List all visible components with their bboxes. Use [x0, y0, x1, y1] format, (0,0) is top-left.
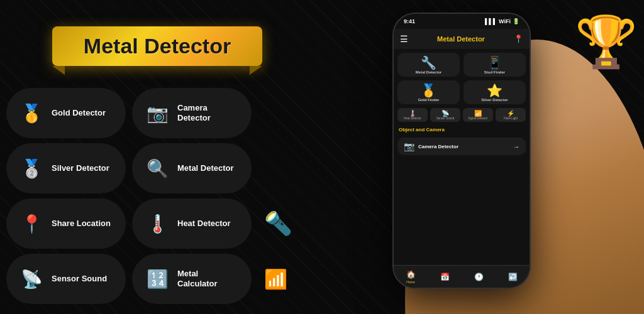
- silver-detector-item[interactable]: 🥈 Silver Detector: [6, 143, 126, 193]
- heat-detector-label: Heat Detector: [177, 219, 231, 229]
- phone-section-label: Object and Camera: [397, 126, 526, 134]
- phone-silver-detector-cell[interactable]: ⭐ Silver Detector: [464, 80, 526, 104]
- phone-sensor-label: Sensor Sound: [436, 117, 455, 120]
- share-location-label: Share Location: [52, 219, 111, 229]
- phone-main-row-1: 🔧 Metal Detector 📱 Stud Finder: [397, 53, 526, 77]
- phone-heat-label: Heat Detector: [404, 117, 421, 120]
- phone-heat-cell[interactable]: 🌡️ Heat Detector: [397, 108, 428, 122]
- location-header-icon[interactable]: 📍: [514, 35, 523, 43]
- phone-silver-detector-icon: ⭐: [487, 84, 502, 97]
- flash-item-preview: 🔦: [258, 198, 377, 249]
- phone-frame: 9:41 ▌▌▌ WiFi 🔋 ☰ Metal Detector 📍 🔧: [392, 13, 531, 289]
- phone-bottom-nav: 🏠 Home 📅 🕐 ↩️: [394, 265, 530, 288]
- empty-cell-2: [258, 143, 377, 193]
- phone-gold-finder-cell[interactable]: 🥇 Gold Finder: [397, 80, 460, 104]
- features-grid: 🥇 Gold Detector 📷 Camera Detector 🥈 Silv…: [6, 88, 377, 304]
- phone-camera-label: Camera Detector: [418, 144, 458, 149]
- sensor-sound-label: Sensor Sound: [52, 274, 107, 284]
- phone-home-nav[interactable]: 🏠 Home: [406, 270, 416, 284]
- phone-metal-detector-icon: 🔧: [421, 57, 436, 69]
- gold-detector-label: Gold Detector: [52, 108, 106, 118]
- camera-detector-item[interactable]: 📷 Camera Detector: [132, 88, 252, 138]
- heat-detector-icon: 🌡️: [143, 210, 171, 237]
- gold-detector-icon: 🥇: [18, 99, 45, 127]
- phone-app-header: ☰ Metal Detector 📍: [394, 29, 530, 49]
- phone-heat-icon: 🌡️: [409, 110, 416, 117]
- metal-detector-label: Metal Detector: [177, 163, 234, 173]
- camera-detector-icon: 📷: [143, 99, 171, 127]
- phone-main-row-2: 🥇 Gold Finder ⭐ Silver Detector: [397, 80, 526, 104]
- metal-calculator-icon: 🔢: [143, 265, 171, 293]
- phone-back-icon: ↩️: [508, 273, 518, 281]
- phone-calendar-icon: 📅: [440, 273, 450, 281]
- phone-mockup-area: 🏆 9:41 ▌▌▌ WiFi 🔋 ☰ Metal Detector 📍: [380, 0, 644, 314]
- metal-calculator-label: Metal Calculator: [177, 269, 240, 288]
- phone-app-grid: 🔧 Metal Detector 📱 Stud Finder 🥇 Gold Fi…: [394, 49, 530, 265]
- phone-camera-arrow-icon: →: [513, 143, 519, 150]
- phone-stud-finder-cell[interactable]: 📱 Stud Finder: [464, 53, 526, 77]
- phone-metal-detector-cell[interactable]: 🔧 Metal Detector: [397, 53, 460, 77]
- phone-signal-label: Signal Detector: [469, 117, 488, 120]
- phone-app-title: Metal Detector: [437, 35, 485, 43]
- sensor-sound-icon: 📡: [18, 265, 45, 293]
- silver-detector-label: Silver Detector: [52, 163, 109, 173]
- metal-detector-icon: 🔍: [143, 154, 171, 182]
- phone-camera-row[interactable]: 📷 Camera Detector →: [397, 138, 526, 155]
- phone-stud-finder-icon: 📱: [487, 57, 502, 69]
- phone-small-grid-row: 🌡️ Heat Detector 📡 Sensor Sound 📶 Signal…: [397, 108, 526, 122]
- phone-flash-cell[interactable]: ⚡ Flash Light: [496, 108, 526, 122]
- phone-history-icon: 🕐: [474, 273, 484, 281]
- share-location-icon: 📍: [18, 210, 45, 237]
- phone-metal-detector-label: Metal Detector: [416, 70, 441, 74]
- gold-bars-decoration: 🏆: [575, 13, 638, 72]
- phone-home-label: Home: [406, 280, 414, 284]
- share-location-item[interactable]: 📍 Share Location: [6, 198, 126, 249]
- phone-camera-icon: 📷: [404, 141, 414, 151]
- phone-silver-detector-label: Silver Detector: [481, 98, 508, 102]
- gold-detector-item[interactable]: 🥇 Gold Detector: [6, 88, 126, 138]
- phone-camera-row-left: 📷 Camera Detector: [404, 141, 458, 151]
- phone-signal-cell[interactable]: 📶 Signal Detector: [463, 108, 493, 122]
- wifi-item-preview: 📶: [258, 254, 377, 304]
- metal-detector-item[interactable]: 🔍 Metal Detector: [132, 143, 252, 193]
- app-title: Metal Detector: [84, 34, 231, 58]
- wifi-icon: WiFi: [499, 18, 511, 24]
- heat-detector-item[interactable]: 🌡️ Heat Detector: [132, 198, 252, 249]
- phone-gold-finder-icon: 🥇: [421, 84, 436, 97]
- phone-signal-icon: 📶: [474, 110, 482, 117]
- phone-gold-finder-label: Gold Finder: [418, 98, 440, 102]
- title-banner-area: Metal Detector: [25, 18, 289, 74]
- phone-sensor-cell[interactable]: 📡 Sensor Sound: [430, 108, 460, 122]
- phone-calendar-nav[interactable]: 📅: [440, 273, 450, 281]
- phone-history-nav[interactable]: 🕐: [474, 273, 484, 281]
- camera-detector-label: Camera Detector: [177, 103, 240, 122]
- sensor-sound-item[interactable]: 📡 Sensor Sound: [6, 254, 126, 304]
- hamburger-icon[interactable]: ☰: [400, 34, 408, 44]
- phone-flash-icon: ⚡: [507, 110, 514, 117]
- status-icons: ▌▌▌ WiFi 🔋: [485, 18, 519, 24]
- phone-status-bar: 9:41 ▌▌▌ WiFi 🔋: [394, 14, 530, 29]
- battery-icon: 🔋: [513, 18, 519, 24]
- phone-stud-finder-label: Stud Finder: [484, 70, 505, 74]
- left-content-area: Metal Detector 🥇 Gold Detector 📷 Camera …: [0, 0, 390, 314]
- phone-back-nav[interactable]: ↩️: [508, 273, 518, 281]
- signal-icon: ▌▌▌: [485, 18, 497, 24]
- phone-home-icon: 🏠: [406, 270, 416, 279]
- phone-flash-label: Flash Light: [504, 117, 518, 120]
- silver-detector-icon: 🥈: [18, 154, 45, 182]
- empty-cell-1: [258, 88, 377, 138]
- phone-time: 9:41: [404, 18, 415, 24]
- phone-sensor-icon: 📡: [441, 110, 449, 117]
- metal-calculator-item[interactable]: 🔢 Metal Calculator: [132, 254, 252, 304]
- title-ribbon: Metal Detector: [52, 26, 262, 66]
- phone-screen: 9:41 ▌▌▌ WiFi 🔋 ☰ Metal Detector 📍 🔧: [394, 14, 530, 288]
